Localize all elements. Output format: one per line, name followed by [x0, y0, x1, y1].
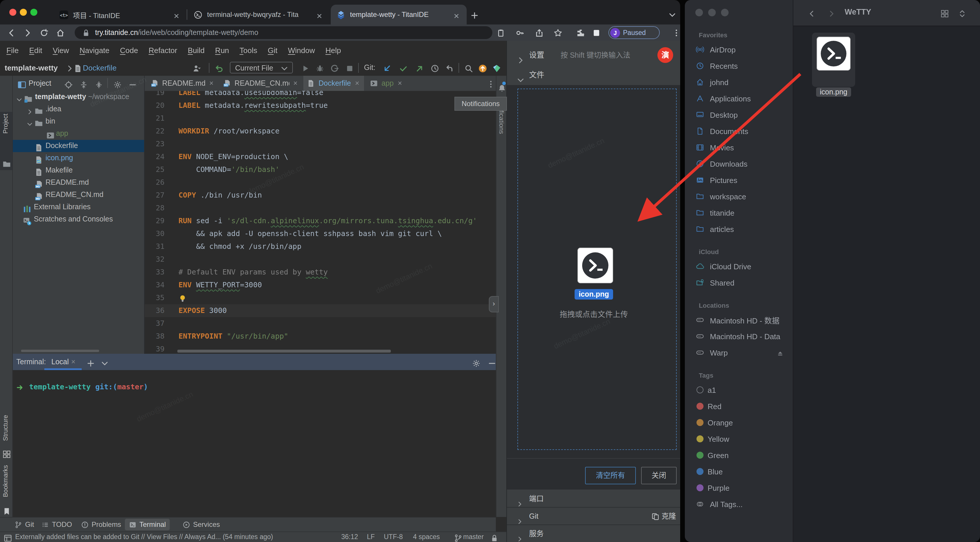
editor-tab-app[interactable]: app×: [366, 76, 407, 91]
tree-item-readme-md[interactable]: MDREADME.md: [13, 177, 144, 189]
eject-icon[interactable]: [776, 348, 784, 357]
tree-item-app[interactable]: app: [13, 128, 144, 140]
sidebar-item-pictures[interactable]: Pictures: [685, 172, 793, 188]
grid-view-icon[interactable]: [940, 8, 949, 19]
tab-close-icon[interactable]: ×: [293, 79, 298, 87]
reload-icon[interactable]: [40, 27, 48, 38]
sidebar-item-movies[interactable]: Movies: [685, 139, 793, 155]
stop-icon[interactable]: [345, 63, 354, 73]
git-commit-icon[interactable]: [399, 63, 408, 73]
close-button[interactable]: 关闭: [641, 467, 677, 484]
new-terminal-icon[interactable]: [86, 358, 95, 368]
clear-all-button[interactable]: 清空所有: [585, 467, 636, 484]
back-icon[interactable]: [7, 27, 16, 38]
collapse-all-icon[interactable]: [94, 79, 103, 90]
sidebar-item-red[interactable]: Red: [685, 398, 793, 414]
tool-window-button-services[interactable]: Services: [178, 519, 224, 530]
project-panel-title[interactable]: Project: [29, 76, 51, 91]
line-ending[interactable]: LF: [367, 532, 375, 542]
sidebar-item-johnd[interactable]: johnd: [685, 74, 793, 90]
menu-item-help[interactable]: Help: [320, 43, 347, 59]
tab-close-icon[interactable]: ×: [398, 79, 402, 87]
settings-section-row[interactable]: 设置 按 Shift 键切换输入法: [507, 47, 680, 64]
editor-tab-readme-md[interactable]: MDREADME.md×: [147, 76, 217, 91]
new-tab-button[interactable]: [470, 10, 479, 21]
zoom-window-button[interactable]: [721, 9, 729, 16]
clone-button[interactable]: 克隆: [652, 508, 676, 525]
project-hscrollbar[interactable]: [21, 350, 99, 352]
sidebar-item-desktop[interactable]: Desktop: [685, 107, 793, 123]
git-push-icon[interactable]: [415, 63, 424, 73]
menu-item-tools[interactable]: Tools: [234, 43, 262, 59]
tab-close-icon[interactable]: [316, 11, 324, 19]
finder-back-icon[interactable]: [807, 8, 816, 19]
sidebar-item-a1[interactable]: a1: [685, 382, 793, 398]
layout-icon[interactable]: [3, 533, 12, 542]
minimize-window-button[interactable]: [20, 9, 27, 16]
finder-forward-icon[interactable]: [827, 8, 836, 19]
tree-item-makefile[interactable]: Makefile: [13, 164, 144, 177]
address-bar[interactable]: try.titanide.cn/ide/web/coding/template-…: [75, 26, 492, 39]
browser-menu-kebab-icon[interactable]: [672, 27, 680, 38]
tree-item-scratches-and-consoles[interactable]: Scratches and Consoles: [13, 213, 144, 225]
sidebar-item-documents[interactable]: Documents: [685, 123, 793, 139]
git-branch-name[interactable]: master: [463, 532, 484, 542]
close-window-button[interactable]: [10, 9, 16, 16]
expand-panel-button[interactable]: ›: [489, 296, 499, 312]
stripe-bookmarks-label[interactable]: Bookmarks: [2, 465, 9, 497]
tree-item-external-libraries[interactable]: External Libraries: [13, 201, 144, 213]
sidebar-item-warp[interactable]: Warp: [685, 344, 793, 361]
menu-item-code[interactable]: Code: [115, 43, 143, 59]
terminal-tab-close-icon[interactable]: ×: [71, 354, 76, 370]
profile-chip[interactable]: J Paused: [608, 26, 660, 39]
run-icon[interactable]: [301, 63, 310, 73]
sidebar-item-titanide[interactable]: titanide: [685, 204, 793, 221]
uploaded-file-thumbnail[interactable]: [578, 248, 613, 283]
tree-item-dockerfile[interactable]: Dockerfile: [13, 140, 144, 152]
undo-icon[interactable]: [445, 63, 454, 73]
terminal-prompt[interactable]: template-wettygit:(master): [16, 380, 148, 393]
file-encoding[interactable]: UTF-8: [384, 532, 403, 542]
sidebar-item-shared[interactable]: Shared: [685, 274, 793, 291]
tree-item-bin[interactable]: bin: [13, 116, 144, 128]
status-message[interactable]: Externally added files can be added to G…: [15, 532, 273, 542]
menu-item-navigate[interactable]: Navigate: [75, 43, 115, 59]
debug-icon[interactable]: [316, 63, 325, 73]
browser-tab[interactable]: template-wetty - TitanIDE: [331, 5, 467, 24]
sidebar-item-downloads[interactable]: Downloads: [685, 155, 793, 172]
folder-icon[interactable]: [2, 158, 11, 169]
bookmark-icon[interactable]: [2, 506, 11, 517]
reading-list-icon[interactable]: [592, 27, 601, 38]
tree-item--idea[interactable]: .idea: [13, 103, 144, 116]
password-key-icon[interactable]: [515, 27, 524, 38]
menu-item-git[interactable]: Git: [262, 43, 283, 59]
locate-file-icon[interactable]: [64, 79, 73, 90]
rollback-icon[interactable]: [215, 63, 223, 73]
editor-tab-dockerfile[interactable]: Dockerfile×: [303, 76, 364, 91]
tree-item-readme-cn-md[interactable]: MDREADME_CN.md: [13, 189, 144, 201]
sidebar-item-blue[interactable]: Blue: [685, 463, 793, 480]
sidebar-item-articles[interactable]: articles: [685, 221, 793, 237]
intention-bulb-icon[interactable]: [178, 293, 187, 302]
sidebar-item-recents[interactable]: Recents: [685, 58, 793, 74]
tool-window-button-git[interactable]: Git: [11, 519, 38, 530]
tab-close-icon[interactable]: ×: [355, 79, 360, 87]
home-icon[interactable]: [56, 27, 65, 38]
tab-close-icon[interactable]: ×: [209, 79, 213, 87]
run-configuration-select[interactable]: Current File: [230, 62, 293, 73]
stripe-structure-label[interactable]: Structure: [2, 415, 9, 441]
upload-circle-icon[interactable]: [478, 63, 487, 73]
extensions-puzzle-icon[interactable]: [576, 27, 585, 38]
tree-item-icon-png[interactable]: icon.png: [13, 152, 144, 164]
coverage-icon[interactable]: [330, 63, 339, 73]
sidebar-item-all-tags-[interactable]: All Tags...: [685, 496, 793, 512]
sidebar-item-workspace[interactable]: workspace: [685, 188, 793, 204]
stripe-project-label[interactable]: Project: [2, 114, 9, 134]
panel-section-git[interactable]: Git克隆: [507, 508, 680, 525]
selected-file-item[interactable]: icon.png: [812, 33, 855, 87]
browser-tab[interactable]: terminal-wetty-bwqryafz - Tita: [188, 5, 329, 24]
menu-item-view[interactable]: View: [48, 43, 75, 59]
menu-item-edit[interactable]: Edit: [24, 43, 48, 59]
editor-tabs-kebab-icon[interactable]: [487, 79, 495, 89]
caret-position[interactable]: 36:12: [341, 532, 358, 542]
